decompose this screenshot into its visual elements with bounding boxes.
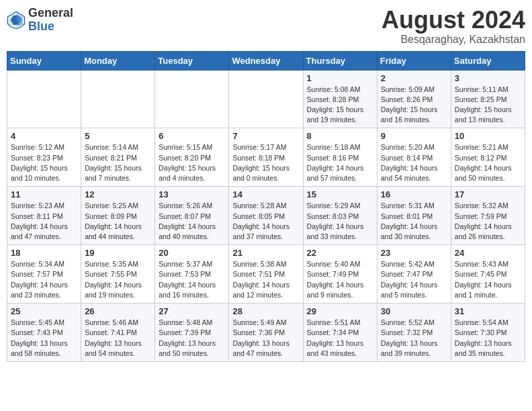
calendar-cell <box>81 70 155 128</box>
day-info: Sunrise: 5:32 AMSunset: 7:59 PMDaylight:… <box>455 201 521 242</box>
day-number: 9 <box>381 131 447 141</box>
calendar-cell: 6Sunrise: 5:15 AMSunset: 8:20 PMDaylight… <box>155 128 229 187</box>
title-block: August 2024 Besqaraghay, Kazakhstan <box>382 7 525 46</box>
calendar-cell: 12Sunrise: 5:25 AMSunset: 8:09 PMDayligh… <box>81 187 155 245</box>
calendar-cell <box>7 70 81 128</box>
day-number: 19 <box>85 248 151 258</box>
day-number: 7 <box>232 131 299 141</box>
calendar-week-2: 4Sunrise: 5:12 AMSunset: 8:23 PMDaylight… <box>7 128 525 187</box>
day-number: 14 <box>232 189 299 199</box>
day-number: 17 <box>455 189 521 199</box>
logo: General Blue <box>7 7 73 34</box>
day-number: 29 <box>307 306 373 316</box>
day-info: Sunrise: 5:46 AMSunset: 7:41 PMDaylight:… <box>85 318 151 359</box>
day-info: Sunrise: 5:28 AMSunset: 8:05 PMDaylight:… <box>232 201 299 242</box>
calendar-cell: 10Sunrise: 5:21 AMSunset: 8:12 PMDayligh… <box>451 128 525 187</box>
day-info: Sunrise: 5:54 AMSunset: 7:30 PMDaylight:… <box>455 318 521 359</box>
day-info: Sunrise: 5:25 AMSunset: 8:09 PMDaylight:… <box>85 201 151 242</box>
header-saturday: Saturday <box>451 51 525 70</box>
header-thursday: Thursday <box>303 51 377 70</box>
day-number: 24 <box>455 248 521 258</box>
day-info: Sunrise: 5:12 AMSunset: 8:23 PMDaylight:… <box>11 142 77 183</box>
calendar-week-3: 11Sunrise: 5:23 AMSunset: 8:11 PMDayligh… <box>7 187 525 245</box>
day-number: 26 <box>85 306 151 316</box>
day-info: Sunrise: 5:51 AMSunset: 7:34 PMDaylight:… <box>307 318 373 359</box>
calendar-cell <box>229 70 303 128</box>
calendar-cell: 22Sunrise: 5:40 AMSunset: 7:49 PMDayligh… <box>303 245 377 304</box>
day-info: Sunrise: 5:43 AMSunset: 7:45 PMDaylight:… <box>455 259 521 300</box>
day-number: 21 <box>232 248 299 258</box>
calendar-cell: 7Sunrise: 5:17 AMSunset: 8:18 PMDaylight… <box>229 128 303 187</box>
day-info: Sunrise: 5:48 AMSunset: 7:39 PMDaylight:… <box>159 318 225 359</box>
calendar-cell: 17Sunrise: 5:32 AMSunset: 7:59 PMDayligh… <box>451 187 525 245</box>
calendar-cell: 15Sunrise: 5:29 AMSunset: 8:03 PMDayligh… <box>303 187 377 245</box>
day-info: Sunrise: 5:17 AMSunset: 8:18 PMDaylight:… <box>232 142 299 183</box>
calendar-cell: 20Sunrise: 5:37 AMSunset: 7:53 PMDayligh… <box>155 245 229 304</box>
calendar-week-4: 18Sunrise: 5:34 AMSunset: 7:57 PMDayligh… <box>7 245 525 304</box>
day-info: Sunrise: 5:52 AMSunset: 7:32 PMDaylight:… <box>381 318 447 359</box>
logo-icon <box>7 11 26 30</box>
day-info: Sunrise: 5:29 AMSunset: 8:03 PMDaylight:… <box>307 201 373 242</box>
day-info: Sunrise: 5:08 AMSunset: 8:28 PMDaylight:… <box>307 85 373 126</box>
calendar-cell: 13Sunrise: 5:26 AMSunset: 8:07 PMDayligh… <box>155 187 229 245</box>
calendar-cell: 16Sunrise: 5:31 AMSunset: 8:01 PMDayligh… <box>377 187 451 245</box>
calendar-cell: 25Sunrise: 5:45 AMSunset: 7:43 PMDayligh… <box>7 304 81 362</box>
day-info: Sunrise: 5:23 AMSunset: 8:11 PMDaylight:… <box>11 201 77 242</box>
header-monday: Monday <box>81 51 155 70</box>
day-number: 23 <box>381 248 447 258</box>
day-info: Sunrise: 5:11 AMSunset: 8:25 PMDaylight:… <box>455 85 521 126</box>
day-info: Sunrise: 5:09 AMSunset: 8:26 PMDaylight:… <box>381 85 447 126</box>
calendar-week-1: 1Sunrise: 5:08 AMSunset: 8:28 PMDaylight… <box>7 70 525 128</box>
day-info: Sunrise: 5:31 AMSunset: 8:01 PMDaylight:… <box>381 201 447 242</box>
day-number: 30 <box>381 306 447 316</box>
day-info: Sunrise: 5:21 AMSunset: 8:12 PMDaylight:… <box>455 142 521 183</box>
header-tuesday: Tuesday <box>155 51 229 70</box>
calendar-cell: 26Sunrise: 5:46 AMSunset: 7:41 PMDayligh… <box>81 304 155 362</box>
calendar-week-5: 25Sunrise: 5:45 AMSunset: 7:43 PMDayligh… <box>7 304 525 362</box>
calendar-cell: 19Sunrise: 5:35 AMSunset: 7:55 PMDayligh… <box>81 245 155 304</box>
page-header: General Blue August 2024 Besqaraghay, Ka… <box>7 7 525 46</box>
calendar-cell: 3Sunrise: 5:11 AMSunset: 8:25 PMDaylight… <box>451 70 525 128</box>
day-info: Sunrise: 5:42 AMSunset: 7:47 PMDaylight:… <box>381 259 447 300</box>
day-number: 1 <box>307 73 373 83</box>
day-info: Sunrise: 5:49 AMSunset: 7:36 PMDaylight:… <box>232 318 299 359</box>
calendar-cell: 23Sunrise: 5:42 AMSunset: 7:47 PMDayligh… <box>377 245 451 304</box>
day-number: 5 <box>85 131 151 141</box>
calendar-cell: 9Sunrise: 5:20 AMSunset: 8:14 PMDaylight… <box>377 128 451 187</box>
day-number: 4 <box>11 131 77 141</box>
day-number: 16 <box>381 189 447 199</box>
day-info: Sunrise: 5:37 AMSunset: 7:53 PMDaylight:… <box>159 259 225 300</box>
logo-blue-text: Blue <box>28 19 54 33</box>
month-year-title: August 2024 <box>382 7 525 34</box>
day-number: 20 <box>159 248 225 258</box>
calendar-cell: 5Sunrise: 5:14 AMSunset: 8:21 PMDaylight… <box>81 128 155 187</box>
day-number: 18 <box>11 248 77 258</box>
day-number: 28 <box>232 306 299 316</box>
calendar-cell: 4Sunrise: 5:12 AMSunset: 8:23 PMDaylight… <box>7 128 81 187</box>
day-info: Sunrise: 5:38 AMSunset: 7:51 PMDaylight:… <box>232 259 299 300</box>
calendar-cell: 11Sunrise: 5:23 AMSunset: 8:11 PMDayligh… <box>7 187 81 245</box>
day-number: 11 <box>11 189 77 199</box>
day-number: 27 <box>159 306 225 316</box>
day-number: 15 <box>307 189 373 199</box>
day-info: Sunrise: 5:20 AMSunset: 8:14 PMDaylight:… <box>381 142 447 183</box>
header-friday: Friday <box>377 51 451 70</box>
calendar-cell: 8Sunrise: 5:18 AMSunset: 8:16 PMDaylight… <box>303 128 377 187</box>
calendar-cell: 29Sunrise: 5:51 AMSunset: 7:34 PMDayligh… <box>303 304 377 362</box>
header-wednesday: Wednesday <box>229 51 303 70</box>
calendar-cell: 1Sunrise: 5:08 AMSunset: 8:28 PMDaylight… <box>303 70 377 128</box>
day-number: 13 <box>159 189 225 199</box>
day-info: Sunrise: 5:35 AMSunset: 7:55 PMDaylight:… <box>85 259 151 300</box>
header-sunday: Sunday <box>7 51 81 70</box>
day-info: Sunrise: 5:40 AMSunset: 7:49 PMDaylight:… <box>307 259 373 300</box>
calendar-cell: 31Sunrise: 5:54 AMSunset: 7:30 PMDayligh… <box>451 304 525 362</box>
day-number: 10 <box>455 131 521 141</box>
day-number: 6 <box>159 131 225 141</box>
logo-general-text: General <box>28 6 73 19</box>
calendar-cell: 18Sunrise: 5:34 AMSunset: 7:57 PMDayligh… <box>7 245 81 304</box>
day-info: Sunrise: 5:26 AMSunset: 8:07 PMDaylight:… <box>159 201 225 242</box>
day-number: 2 <box>381 73 447 83</box>
location-subtitle: Besqaraghay, Kazakhstan <box>382 34 525 46</box>
calendar-header-row: Sunday Monday Tuesday Wednesday Thursday… <box>7 51 525 70</box>
calendar-cell: 2Sunrise: 5:09 AMSunset: 8:26 PMDaylight… <box>377 70 451 128</box>
